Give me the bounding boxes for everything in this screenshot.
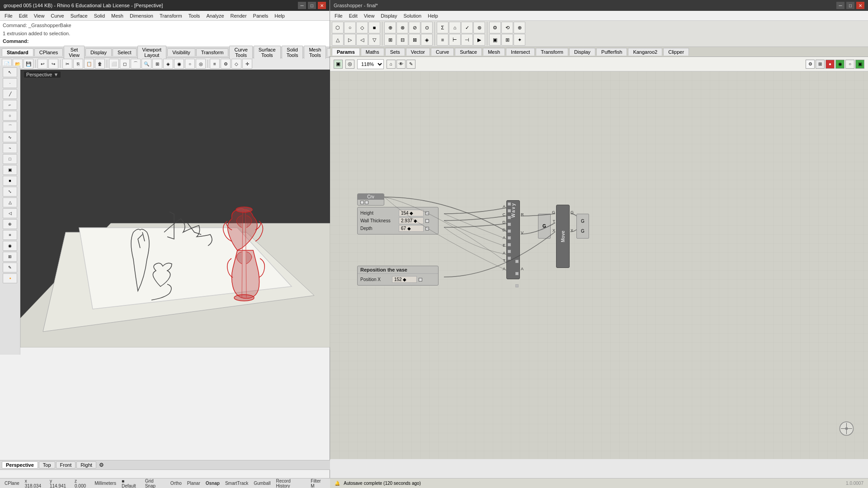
tab-viewport-layout[interactable]: Viewport Layout: [137, 46, 167, 59]
tb-window-sel[interactable]: ◻: [120, 59, 130, 69]
gh-canvas-view[interactable]: ◎: [345, 60, 354, 69]
gh-neutral-btn[interactable]: ○: [845, 60, 854, 69]
tb-redo[interactable]: ↪: [48, 59, 58, 69]
gh-input-btn8[interactable]: ▶: [473, 34, 485, 46]
gh-prim-btn3[interactable]: ⊘: [409, 22, 420, 33]
rhino-viewport[interactable]: Perspective ▼: [20, 70, 330, 347]
lt-snap[interactable]: ⊕: [3, 219, 17, 229]
lt-analysis[interactable]: ⊞: [3, 252, 17, 262]
gh-grid-btn[interactable]: ⊞: [816, 60, 825, 69]
gh-menu-display[interactable]: Display: [378, 12, 400, 19]
gh-minimize-button[interactable]: ─: [836, 2, 844, 9]
vp-tab-perspective[interactable]: Perspective: [2, 461, 38, 469]
gh-home-btn[interactable]: ⌂: [387, 60, 396, 69]
gh-params-node[interactable]: Height 154 ◆ Wall Thickness 2.937 ◆ Dept…: [357, 207, 439, 235]
tb-save[interactable]: 💾: [24, 59, 33, 69]
menu-solid[interactable]: Solid: [91, 12, 108, 19]
status-record-history[interactable]: Record History: [274, 479, 307, 488]
menu-help[interactable]: Help: [272, 12, 288, 19]
gh-tab-params[interactable]: Params: [332, 48, 360, 56]
gh-depth-value[interactable]: 67 ◆: [399, 225, 424, 232]
gh-g-node-left[interactable]: G: [538, 214, 551, 239]
gh-params-btn1[interactable]: ⬡: [332, 22, 344, 33]
gh-tab-vector[interactable]: Vector: [406, 48, 430, 56]
status-osnap[interactable]: Osnap: [204, 481, 222, 486]
status-ortho[interactable]: Ortho: [169, 481, 184, 486]
gh-reposition-node[interactable]: Reposition the vase Position X 152 ◆: [357, 266, 439, 286]
menu-transform[interactable]: Transform: [157, 12, 185, 19]
gh-prim-btn5[interactable]: ⊞: [384, 34, 396, 46]
gh-wavy-node[interactable]: Wavy: [506, 200, 520, 279]
gh-params-btn8[interactable]: ▽: [368, 34, 380, 46]
rhino-minimize-button[interactable]: ─: [298, 2, 306, 9]
lt-point[interactable]: ·: [3, 78, 17, 88]
vp-tab-right[interactable]: Right: [76, 461, 96, 469]
tb-wireframe[interactable]: ○: [185, 59, 195, 69]
gh-menu-file[interactable]: File: [332, 12, 345, 19]
gh-input-btn2[interactable]: ⌂: [449, 22, 461, 33]
gh-menu-help[interactable]: Help: [425, 12, 441, 19]
tab-standard[interactable]: Standard: [2, 48, 33, 56]
lt-freeform[interactable]: ~: [3, 143, 17, 153]
gh-tab-pufferfish[interactable]: Pufferfish: [596, 48, 627, 56]
gh-prim-btn6[interactable]: ⊟: [396, 34, 408, 46]
gh-g-node-right[interactable]: G G: [576, 214, 589, 239]
status-filter[interactable]: Filter M: [309, 479, 327, 488]
gh-positionx-value[interactable]: 152 ◆: [392, 276, 417, 283]
gh-close-button[interactable]: ✕: [856, 2, 864, 9]
lt-layer2[interactable]: ≡: [3, 230, 17, 240]
gh-params-btn6[interactable]: ▷: [344, 34, 356, 46]
tab-cplanes[interactable]: CPlanes: [34, 48, 63, 56]
status-gumball[interactable]: Gumball: [252, 481, 272, 486]
lt-render2[interactable]: ◉: [3, 241, 17, 251]
gh-tab-clipper[interactable]: Clipper: [663, 48, 689, 56]
tab-solid-tools[interactable]: Solid Tools: [282, 46, 303, 59]
gh-util-btn1[interactable]: ⚙: [489, 22, 501, 33]
gh-tab-maths[interactable]: Maths: [361, 48, 384, 56]
menu-tools[interactable]: Tools: [186, 12, 203, 19]
gh-menu-edit[interactable]: Edit: [346, 12, 360, 19]
gh-green-btn2[interactable]: ▣: [855, 60, 864, 69]
tb-select-all[interactable]: ⬜: [109, 59, 119, 69]
gh-tab-mesh[interactable]: Mesh: [483, 48, 505, 56]
tb-zoom-all[interactable]: ⊞: [152, 59, 162, 69]
lt-surface[interactable]: ▣: [3, 165, 17, 175]
tb-paste[interactable]: 📋: [84, 59, 94, 69]
tb-properties[interactable]: ⚙: [221, 59, 231, 69]
rhino-close-button[interactable]: ✕: [318, 2, 326, 9]
vp-tab-settings[interactable]: ⚙: [99, 462, 104, 468]
tb-lasso-sel[interactable]: ⌒: [131, 59, 141, 69]
gh-input-btn4[interactable]: ⊛: [473, 22, 485, 33]
gh-params-btn7[interactable]: ◁: [356, 34, 368, 46]
lt-select[interactable]: ↖: [3, 67, 17, 77]
status-grid-snap[interactable]: Grid Snap: [143, 479, 167, 488]
tab-display[interactable]: Display: [85, 48, 112, 56]
menu-view[interactable]: View: [31, 12, 47, 19]
menu-render[interactable]: Render: [228, 12, 250, 19]
gh-settings-btn[interactable]: ⚙: [806, 60, 815, 69]
menu-file[interactable]: File: [2, 12, 15, 19]
menu-analyze[interactable]: Analyze: [203, 12, 226, 19]
lt-arc[interactable]: ⌒: [3, 122, 17, 131]
gh-params-btn2[interactable]: ○: [344, 22, 356, 33]
menu-panels[interactable]: Panels: [250, 12, 271, 19]
lt-transform[interactable]: ⤡: [3, 187, 17, 197]
gh-prim-btn8[interactable]: ◈: [421, 34, 433, 46]
status-smarttrack[interactable]: SmartTrack: [223, 481, 250, 486]
tb-delete[interactable]: 🗑: [95, 59, 105, 69]
gh-prim-btn1[interactable]: ⊕: [384, 22, 396, 33]
tb-zoom-extents[interactable]: 🔍: [142, 59, 151, 69]
menu-dimension[interactable]: Dimension: [127, 12, 156, 19]
tb-rendered[interactable]: ◉: [174, 59, 184, 69]
vp-tab-top[interactable]: Top: [39, 461, 55, 469]
lt-dim[interactable]: ◁: [3, 208, 17, 218]
gh-tab-intersect[interactable]: Intersect: [506, 48, 535, 56]
tb-cut[interactable]: ✂: [62, 59, 72, 69]
rhino-maximize-button[interactable]: □: [308, 2, 316, 9]
gh-move-node[interactable]: Move: [556, 205, 570, 268]
gh-crv-node[interactable]: Crv: [357, 193, 384, 206]
gh-prim-btn4[interactable]: ⊙: [421, 22, 433, 33]
gh-green-btn1[interactable]: ◉: [835, 60, 844, 69]
menu-edit[interactable]: Edit: [16, 12, 30, 19]
tb-undo[interactable]: ↩: [38, 59, 47, 69]
